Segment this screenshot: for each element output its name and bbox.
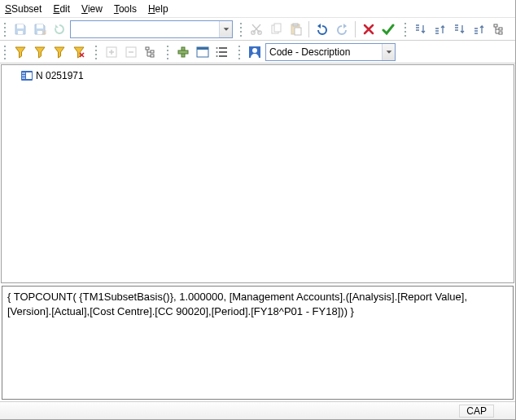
menu-tools[interactable]: Tools (114, 3, 137, 15)
element-tree[interactable]: N 0251971 (1, 64, 514, 283)
subset-name-combo[interactable] (70, 20, 233, 38)
undo-button[interactable] (313, 20, 331, 38)
toolbar-filters: Code - Description (0, 41, 515, 63)
drilldown-button[interactable] (142, 43, 160, 61)
delete-button[interactable] (360, 20, 378, 38)
ok-check-button[interactable] (379, 20, 397, 38)
expression-window-button[interactable] (194, 43, 212, 61)
toolbar-main (0, 18, 515, 41)
toolbar-grip (166, 44, 171, 60)
toolbar-grip (404, 21, 409, 37)
collapse-button[interactable] (122, 43, 140, 61)
status-caps: CAP (459, 405, 494, 418)
separator (355, 21, 356, 37)
tree-item-label: N 0251971 (36, 70, 84, 81)
menu-edit[interactable]: Edit (53, 3, 70, 15)
menu-view[interactable]: View (81, 3, 103, 15)
menu-help[interactable]: Help (148, 3, 168, 15)
toolbar-grip (3, 21, 8, 37)
menu-subset[interactable]: SSubsetSubset (5, 3, 42, 15)
sort-index-asc-button[interactable] (451, 20, 469, 38)
expression-editor[interactable]: { TOPCOUNT( {TM1SubsetBasis()}, 1.000000… (2, 286, 514, 400)
filter-button[interactable] (11, 43, 29, 61)
toolbar-grip (94, 44, 99, 60)
element-n-icon (21, 71, 33, 81)
save-button[interactable] (11, 20, 29, 38)
list-button[interactable] (213, 43, 231, 61)
filter-clear-button[interactable] (70, 43, 88, 61)
cut-button[interactable] (247, 20, 265, 38)
chevron-down-icon[interactable] (219, 21, 232, 37)
sort-index-desc-button[interactable] (470, 20, 488, 38)
saveas-button[interactable] (31, 20, 49, 38)
expand-button[interactable] (103, 43, 120, 61)
toolbar-grip (238, 44, 243, 60)
filter-subset-button[interactable] (31, 43, 49, 61)
separator (308, 21, 309, 37)
sort-asc-button[interactable] (412, 20, 430, 38)
toolbar-grip (3, 44, 8, 60)
sort-desc-button[interactable] (431, 20, 449, 38)
status-bar: CAP (0, 401, 515, 419)
redo-button[interactable] (333, 20, 351, 38)
copy-button[interactable] (267, 20, 285, 38)
toolbar-grip (239, 21, 244, 37)
alias-combo[interactable]: Code - Description (265, 43, 396, 61)
sort-hierarchy-button[interactable] (490, 20, 508, 38)
paste-button[interactable] (286, 20, 304, 38)
reload-button[interactable] (50, 20, 68, 38)
menu-bar: SSubsetSubset Edit View Tools Help (0, 0, 515, 18)
expression-text: { TOPCOUNT( {TM1SubsetBasis()}, 1.000000… (7, 291, 467, 317)
tree-item[interactable]: N 0251971 (2, 68, 514, 83)
alias-combo-label: Code - Description (266, 46, 382, 58)
chevron-down-icon[interactable] (382, 44, 395, 60)
element-security-button[interactable] (246, 43, 264, 61)
insert-parent-button[interactable] (174, 43, 192, 61)
filter-wildcard-button[interactable] (50, 43, 68, 61)
